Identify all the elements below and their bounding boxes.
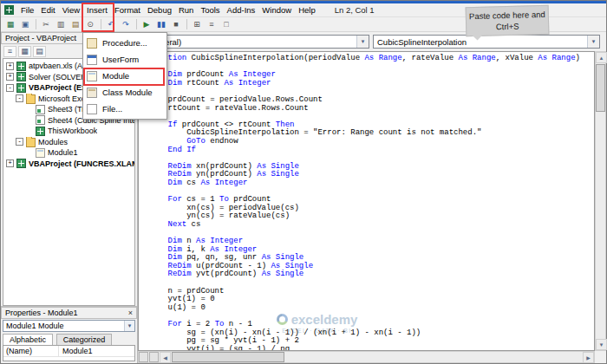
expand-icon[interactable]: + xyxy=(6,73,14,81)
menu-item-procedure[interactable]: Procedure... xyxy=(83,35,166,51)
tree-label: Modules xyxy=(38,138,68,146)
scroll-left-icon[interactable]: ◀ xyxy=(160,352,171,363)
chevron-down-icon[interactable]: ▼ xyxy=(356,36,369,48)
project-explorer-icon[interactable]: ⊞ xyxy=(190,18,204,31)
menu-view[interactable]: View xyxy=(59,3,83,16)
paste-icon: ▤ xyxy=(72,21,80,29)
project-panel-title: Project - VBAProject xyxy=(5,34,76,42)
copy-icon: ▥ xyxy=(57,21,65,29)
horizontal-scrollbar[interactable]: ◀ ▶ xyxy=(138,351,595,363)
procedure-dropdown[interactable]: CubicSplineInterpolation ▼ xyxy=(373,35,600,49)
menu-debug[interactable]: Debug xyxy=(144,3,175,16)
cut-icon[interactable]: ✂ xyxy=(39,18,53,31)
workbook-icon xyxy=(16,159,26,168)
close-icon[interactable]: × xyxy=(128,309,133,317)
tree-item-module1[interactable]: Module1 xyxy=(3,147,134,159)
chevron-down-icon[interactable]: ▼ xyxy=(587,36,599,48)
menu-item-module[interactable]: Module xyxy=(83,68,166,84)
toolbar-separator xyxy=(186,19,187,29)
stop-icon[interactable]: ■ xyxy=(169,18,183,31)
menu-help[interactable]: Help xyxy=(295,3,319,16)
toolbox-icon: □ xyxy=(224,21,228,29)
vba-editor-window: FileEditViewInsertFormatDebugRunToolsAdd… xyxy=(0,0,607,364)
toolbox-icon[interactable]: □ xyxy=(219,18,233,31)
tree-item-modules[interactable]: -Modules xyxy=(3,137,134,148)
collapse-icon[interactable]: - xyxy=(16,138,23,146)
toggle-folders-icon[interactable]: ▤ xyxy=(33,46,46,57)
pause-icon[interactable]: ▮▮ xyxy=(154,18,168,31)
menu-insert[interactable]: Insert xyxy=(83,3,111,16)
vertical-scrollbar[interactable]: ▲ ▼ xyxy=(595,51,606,351)
menu-item-label: Procedure... xyxy=(102,38,147,48)
paste-icon[interactable]: ▤ xyxy=(69,18,82,31)
tree-label: Solver (SOLVER. xyxy=(29,73,88,81)
workbook-icon xyxy=(36,127,45,136)
collapse-icon[interactable]: - xyxy=(16,94,23,102)
view-object-icon[interactable]: ▦ xyxy=(18,46,31,57)
tree-label: VBAProject (FUNCRES.XLAM) xyxy=(29,159,134,168)
menu-tools[interactable]: Tools xyxy=(197,3,223,16)
module-icon xyxy=(36,148,45,158)
properties-window-icon[interactable]: ≡ xyxy=(205,18,219,31)
code-line: GoTo endnow xyxy=(149,138,594,146)
menubar-items: FileEditViewInsertFormatDebugRunToolsAdd… xyxy=(17,3,319,16)
folder-icon xyxy=(26,94,36,104)
expand-icon[interactable]: + xyxy=(6,159,14,167)
menu-add-ins[interactable]: Add-Ins xyxy=(224,3,259,16)
chevron-down-icon[interactable]: ▼ xyxy=(124,321,134,331)
menu-item-label: Class Module xyxy=(102,88,153,97)
menu-item-file[interactable]: File... xyxy=(83,101,166,117)
vertical-scroll-thumb[interactable] xyxy=(596,64,605,112)
tab-categorized[interactable]: Categorized xyxy=(56,334,113,345)
scroll-up-icon[interactable]: ▲ xyxy=(596,52,607,63)
properties-panel-titlebar[interactable]: Properties - Module1 × xyxy=(1,307,137,319)
menu-item-label: Module xyxy=(102,71,129,81)
tree-label: Module1 xyxy=(48,148,78,157)
menu-run[interactable]: Run xyxy=(175,3,197,16)
copy-icon[interactable]: ▥ xyxy=(54,18,68,31)
properties-grid: (Name) Module1 xyxy=(3,345,135,361)
properties-panel-title: Properties - Module1 xyxy=(5,309,78,317)
menu-edit[interactable]: Edit xyxy=(37,3,58,16)
code-window: (General) ▼ CubicSplineInterpolation ▼ e… xyxy=(138,32,606,363)
horizontal-scroll-track[interactable] xyxy=(171,352,583,362)
view-code-icon[interactable]: ≡ xyxy=(3,46,16,57)
vertical-scroll-track[interactable] xyxy=(596,63,605,339)
menu-item-class-module[interactable]: Class Module xyxy=(83,84,166,101)
properties-object-selector[interactable]: Module1 Module ▼ xyxy=(3,320,135,332)
code-window-header: (General) ▼ CubicSplineInterpolation ▼ xyxy=(138,32,606,51)
menu-format[interactable]: Format xyxy=(111,3,144,16)
workbook-icon xyxy=(16,72,26,81)
save-icon[interactable]: ▣ xyxy=(18,18,32,31)
horizontal-scroll-thumb[interactable] xyxy=(172,352,284,362)
toolbar-separator xyxy=(101,19,101,29)
run-icon[interactable]: ▶ xyxy=(140,18,153,31)
run-icon: ▶ xyxy=(144,21,150,29)
tree-item-vbaproject-funcres-xlam[interactable]: +VBAProject (FUNCRES.XLAM) xyxy=(3,159,134,170)
procedure-icon xyxy=(87,38,97,49)
full-module-view-button[interactable] xyxy=(149,352,159,362)
expand-icon[interactable]: + xyxy=(6,62,14,70)
object-dropdown[interactable]: (General) ▼ xyxy=(142,35,369,49)
code-editor[interactable]: exceldemy EXCEL · DATA · BI Function Cub… xyxy=(138,51,595,351)
collapse-icon[interactable]: - xyxy=(6,84,14,92)
property-row-name[interactable]: (Name) Module1 xyxy=(3,346,134,357)
code-lines: Function CubicSplineInterpolation(period… xyxy=(149,55,594,351)
tab-alphabetic[interactable]: Alphabetic xyxy=(3,334,53,345)
code-line: yvt(1) = 0 xyxy=(149,296,594,304)
menu-window[interactable]: Window xyxy=(258,3,295,16)
code-line: yn(cs) = rateValue(cs) xyxy=(149,212,594,221)
scroll-right-icon[interactable]: ▶ xyxy=(583,352,594,363)
find-icon[interactable]: ⊙ xyxy=(83,18,97,31)
procedure-view-button[interactable] xyxy=(139,352,148,362)
undo-icon[interactable]: ↶ xyxy=(104,18,118,31)
menu-item-userform[interactable]: UserForm xyxy=(83,51,166,68)
tree-item-thisworkbook[interactable]: ThisWorkbook xyxy=(3,126,134,137)
menu-file[interactable]: File xyxy=(17,3,37,16)
scroll-down-icon[interactable]: ▼ xyxy=(596,339,607,350)
classmodule-icon xyxy=(87,88,97,98)
code-line: Function CubicSplineInterpolation(period… xyxy=(149,55,594,63)
excel-icon[interactable]: ▦ xyxy=(3,18,17,31)
redo-icon[interactable]: ↷ xyxy=(119,18,133,31)
file-icon xyxy=(87,104,97,114)
